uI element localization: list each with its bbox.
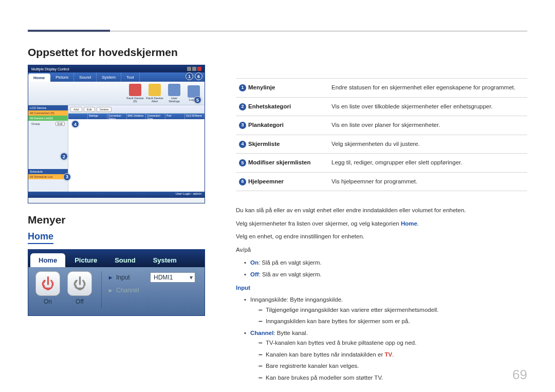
toolbar: Fault Device (0) Fault Device Alert User… xyxy=(28,82,205,105)
grid-body: 4 xyxy=(68,119,205,192)
table-row: 5Modifiser skjermlistenLegg til, rediger… xyxy=(236,154,527,173)
callout-2: 2 xyxy=(60,153,68,160)
toolbar-user-settings[interactable]: User Settings xyxy=(165,84,183,103)
toolbar-fault-device[interactable]: Fault Device (0) xyxy=(126,84,144,103)
channel-label: Channel xyxy=(116,287,146,294)
input-select[interactable]: HDMI1 xyxy=(150,272,195,283)
body-text: Du kan slå på eller av en valgt enhet el… xyxy=(236,206,527,383)
sidebar: LCD Device All Connection (0) All Device… xyxy=(28,105,68,192)
hs-tab-home[interactable]: Home xyxy=(30,253,65,267)
table-row: 1MenylinjeEndre statusen for en skjermen… xyxy=(236,79,527,98)
window-titlebar: Multiple Display Control xyxy=(28,65,205,72)
sidebar-group: Group Edit xyxy=(28,121,68,127)
btn-edit[interactable]: Edit xyxy=(84,107,95,112)
hs-tab-picture[interactable]: Picture xyxy=(66,253,105,267)
input-label: Input xyxy=(116,274,146,281)
callout-5: 5 xyxy=(194,96,201,104)
callout-6: 6 xyxy=(195,72,202,80)
list-toolbar: Add Edit Delete xyxy=(68,105,205,114)
callout-3: 3 xyxy=(63,173,71,181)
hs-tab-system[interactable]: System xyxy=(145,253,185,267)
sidebar-schedule-header: Schedule xyxy=(28,169,68,174)
sidebar-group-edit[interactable]: Edit xyxy=(55,122,65,126)
input-subheader: Input xyxy=(236,283,527,293)
legend-table: 1MenylinjeEndre statusen for en skjermen… xyxy=(236,78,527,191)
tab-system[interactable]: System xyxy=(97,72,121,82)
screenshot-home-menu: Home Picture Sound System ⏻ On ⏻ Off xyxy=(28,249,205,316)
heading-main: Oppsettet for hovedskjermen xyxy=(28,46,205,59)
tab-tool[interactable]: Tool xyxy=(121,72,140,82)
caret-icon: ▸ xyxy=(109,274,112,281)
btn-add[interactable]: Add xyxy=(70,107,82,112)
page-number: 69 xyxy=(512,367,527,383)
tab-sound[interactable]: Sound xyxy=(74,72,97,82)
main-panel: Add Edit Delete Settings Connection Stat… xyxy=(68,105,205,192)
power-off-label: Off xyxy=(65,298,94,305)
toolbar-fault-alert[interactable]: Fault Device Alert xyxy=(146,84,163,103)
sidebar-lcd-header: LCD Device xyxy=(28,105,68,110)
sidebar-all-connection[interactable]: All Connection (0) xyxy=(28,110,68,116)
table-row: 3PlankategoriVis en liste over planer fo… xyxy=(236,116,527,135)
hs-tab-sound[interactable]: Sound xyxy=(106,253,143,267)
power-on-button[interactable]: ⏻ xyxy=(35,271,60,296)
heading-home: Home xyxy=(28,231,53,244)
callout-1: 1 xyxy=(186,72,193,80)
window-controls xyxy=(186,67,201,71)
callout-4: 4 xyxy=(71,120,79,128)
caret-icon: ▸ xyxy=(109,287,112,294)
status-bar: User Login : admin xyxy=(28,192,205,198)
table-row: 6HjelpeemnerVis hjelpeemner for programm… xyxy=(236,172,527,191)
heading-menus: Menyer xyxy=(28,214,205,226)
tab-home[interactable]: Home xyxy=(28,73,50,82)
power-off-button[interactable]: ⏻ xyxy=(67,271,92,296)
btn-delete[interactable]: Delete xyxy=(97,107,112,112)
screenshot-main-layout: Multiple Display Control Home Picture So… xyxy=(28,65,205,203)
sidebar-all-schedule[interactable]: All Schedule List 3 xyxy=(28,174,68,179)
menu-bar: Home Picture Sound System Tool 1 6 xyxy=(28,72,205,82)
sidebar-all-device-list[interactable]: All Device List(0) xyxy=(28,116,68,121)
tab-picture[interactable]: Picture xyxy=(50,72,74,82)
power-on-label: On xyxy=(33,298,62,305)
window-title: Multiple Display Control xyxy=(31,67,69,71)
table-row: 4SkjermlisteVelg skjermenheten du vil ju… xyxy=(236,135,527,154)
separator xyxy=(101,271,102,308)
table-row: 2EnhetskategoriVis en liste over tilkobl… xyxy=(236,97,527,116)
grid-header: Settings Connection Status MAC Address C… xyxy=(68,114,205,119)
